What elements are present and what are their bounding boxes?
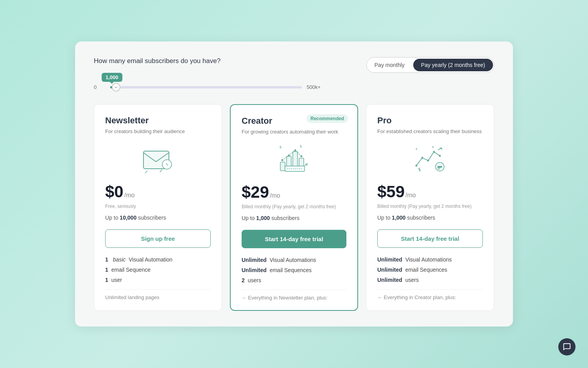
creator-feature-sequence: Unlimited email Sequences — [242, 267, 346, 273]
pay-monthly-option[interactable]: Pay monthly — [367, 59, 412, 71]
newsletter-feature-automation: 1 basic Visual Automation — [105, 256, 211, 263]
pro-price-period: /mo — [405, 192, 416, 199]
pay-yearly-option[interactable]: Pay yearly (2 months free) — [413, 59, 493, 71]
pro-plan: Pro For established creators scaling the… — [366, 104, 494, 310]
pro-price-value: $59 — [377, 182, 405, 201]
chat-button[interactable] — [558, 338, 575, 355]
svg-rect-5 — [280, 162, 285, 171]
creator-price: $29 /mo — [242, 183, 346, 202]
svg-rect-27 — [437, 169, 440, 170]
newsletter-plan-desc: For creators building their audience — [105, 128, 211, 135]
svg-line-3 — [160, 170, 162, 172]
svg-text:$: $ — [432, 145, 434, 149]
pro-subscribers: Up to 1,000 subscribers — [377, 215, 483, 221]
creator-feature-users: 2 users — [242, 277, 346, 283]
recommended-badge: Recommended — [307, 114, 348, 123]
creator-plan: Recommended Creator For growing creators… — [230, 104, 358, 310]
top-section: How many email subscribers do you have? … — [94, 57, 494, 90]
newsletter-plan: Newsletter For creators building their a… — [94, 104, 222, 310]
slider-min-label: 0 — [94, 84, 106, 90]
svg-point-17 — [416, 165, 418, 167]
newsletter-feature-users: 1 user — [105, 277, 211, 283]
newsletter-footer-text: Unlimited landing pages — [105, 294, 160, 300]
creator-plan-desc: For growing creators automating their wo… — [242, 128, 346, 135]
newsletter-feature-sequence: 1 email Sequence — [105, 267, 211, 273]
slider-max-label: 500k+ — [307, 84, 321, 90]
newsletter-subscribers: Up to 10,000 subscribers — [105, 215, 211, 221]
subscriber-slider[interactable] — [110, 86, 302, 88]
slider-tooltip: 1,000 — [102, 73, 122, 82]
creator-cta-button[interactable]: Start 14-day free trial — [242, 230, 346, 248]
svg-point-10 — [288, 155, 290, 157]
newsletter-price-value: $0 — [105, 182, 124, 201]
newsletter-footer: Unlimited landing pages — [105, 289, 211, 300]
newsletter-features: 1 basic Visual Automation 1 email Sequen… — [105, 256, 211, 283]
newsletter-illustration: ✎ — [105, 143, 211, 175]
pro-footer-text: ← Everything in Creator plan, plus: — [377, 294, 456, 300]
svg-text:✎: ✎ — [165, 162, 169, 167]
svg-text:$: $ — [280, 145, 281, 149]
slider-thumb[interactable] — [112, 83, 120, 92]
svg-point-20 — [433, 151, 435, 153]
billing-toggle: Pay monthly Pay yearly (2 months free) — [366, 57, 494, 73]
creator-feature-automation: Unlimited Visual Automations — [242, 257, 346, 263]
creator-features: Unlimited Visual Automations Unlimited e… — [242, 257, 346, 283]
pro-illustration: $ $ — [377, 143, 483, 175]
svg-rect-26 — [437, 168, 441, 168]
svg-point-19 — [427, 160, 429, 162]
creator-illustration: $ $ — [242, 144, 346, 175]
pro-footer: ← Everything in Creator plan, plus: — [377, 289, 483, 300]
pro-feature-users: Unlimited users — [377, 277, 483, 283]
svg-line-4 — [145, 171, 147, 173]
creator-subscribers-count: 1,000 — [256, 215, 270, 221]
plans-grid: Newsletter For creators building their a… — [94, 104, 494, 310]
newsletter-price-period: /mo — [124, 192, 135, 199]
newsletter-billing-note: Free, seriously — [105, 204, 211, 209]
pro-plan-desc: For established creators scaling their b… — [377, 128, 483, 135]
pro-price: $59 /mo — [377, 182, 483, 201]
svg-point-11 — [294, 150, 296, 152]
slider-row: 0 500k+ — [94, 84, 321, 90]
svg-point-18 — [421, 157, 423, 159]
creator-price-value: $29 — [242, 183, 269, 202]
svg-text:$: $ — [416, 147, 418, 151]
pro-feature-sequence: Unlimited email Sequences — [377, 267, 483, 273]
pro-billing-note: Billed monthly (Pay yearly, get 2 months… — [377, 204, 483, 209]
svg-rect-25 — [437, 166, 442, 168]
newsletter-subscribers-count: 10,000 — [120, 215, 136, 221]
creator-subscribers: Up to 1,000 subscribers — [242, 215, 346, 221]
svg-point-12 — [301, 155, 303, 157]
creator-billing-note: Billed monthly (Pay yearly, get 2 months… — [242, 204, 346, 209]
pro-feature-automation: Unlimited Visual Automations — [377, 256, 483, 263]
svg-point-9 — [281, 159, 283, 161]
svg-point-21 — [439, 155, 441, 157]
newsletter-cta-button[interactable]: Sign up free — [105, 229, 211, 248]
pro-features: Unlimited Visual Automations Unlimited e… — [377, 256, 483, 283]
slider-section: How many email subscribers do you have? … — [94, 57, 321, 90]
creator-footer-text: ← Everything in Newsletter plan, plus: — [242, 295, 328, 301]
pro-cta-button[interactable]: Start 14-day free trial — [377, 229, 483, 248]
svg-text:$: $ — [300, 144, 302, 148]
slider-label: How many email subscribers do you have? — [94, 57, 321, 65]
creator-price-period: /mo — [270, 192, 280, 199]
newsletter-price: $0 /mo — [105, 182, 211, 201]
creator-footer: ← Everything in Newsletter plan, plus: — [242, 290, 346, 301]
chat-icon — [563, 343, 571, 351]
pricing-card: How many email subscribers do you have? … — [75, 41, 513, 326]
pro-subscribers-count: 1,000 — [392, 215, 405, 221]
pro-plan-name: Pro — [377, 115, 483, 126]
newsletter-plan-name: Newsletter — [105, 115, 211, 126]
